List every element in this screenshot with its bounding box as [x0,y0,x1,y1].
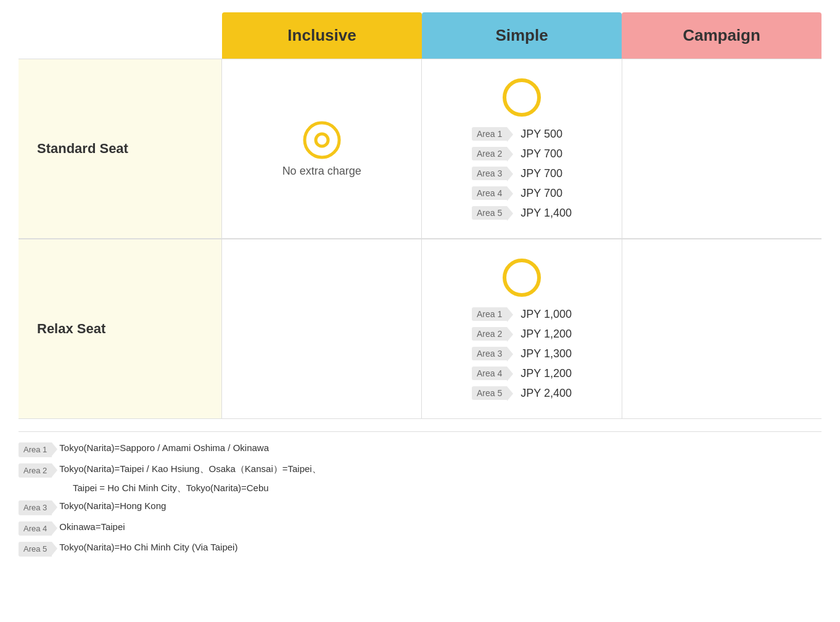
legend-row-area4: Area 4 Okinawa=Taipei [19,520,821,536]
header-row: Inclusive Simple Campaign [222,12,821,59]
area-price: JPY 1,200 [521,328,572,341]
relax-simple-cell: Area 1 JPY 1,000 Area 2 JPY 1,200 Area 3… [422,239,622,418]
legend-text-area3: Tokyo(Narita)=Hong Kong [59,499,821,513]
relax-campaign-cell [622,239,821,418]
circle-icon-simple-relax [502,258,541,297]
legend-text-area5: Tokyo(Narita)=Ho Chi Minh City (Via Taip… [59,541,821,555]
area-row: Area 2 JPY 1,200 [472,327,572,341]
relax-seat-label: Relax Seat [19,239,222,418]
standard-seat-row: Standard Seat No extra charge Area 1 JPY… [19,59,821,239]
area-row: Area 3 JPY 1,300 [472,347,572,360]
standard-inclusive-cell: No extra charge [222,59,422,238]
legend-badge-area2: Area 2 [19,463,52,478]
no-extra-charge-text: No extra charge [282,165,361,178]
standard-campaign-cell [622,59,821,238]
area-price: JPY 700 [521,187,562,200]
area-badge: Area 4 [472,186,507,200]
area-price: JPY 1,400 [521,207,572,220]
area-badge: Area 4 [472,367,507,380]
svg-point-2 [504,80,539,115]
area-badge: Area 3 [472,167,507,180]
svg-point-0 [305,123,339,157]
relax-inclusive-cell [222,239,422,418]
area-badge: Area 5 [472,206,507,220]
area-price: JPY 700 [521,147,562,160]
area-row: Area 5 JPY 1,400 [472,206,572,220]
legend-text-area2: Tokyo(Narita)=Taipei / Kao Hsiung、Osaka（… [59,462,821,476]
legend-badge-area1: Area 1 [19,442,52,457]
standard-seat-label: Standard Seat [19,59,222,238]
svg-point-3 [504,260,539,295]
area-price: JPY 2,400 [521,387,572,400]
legend-row-area5: Area 5 Tokyo(Narita)=Ho Chi Minh City (V… [19,541,821,557]
standard-simple-cell: Area 1 JPY 500 Area 2 JPY 700 Area 3 JPY… [422,59,622,238]
header-simple: Simple [422,12,622,59]
area-price: JPY 1,000 [521,308,572,321]
area-price: JPY 1,300 [521,347,572,360]
area-row: Area 1 JPY 500 [472,127,562,141]
circle-icon-simple-standard [502,78,541,117]
area-row: Area 5 JPY 2,400 [472,386,572,400]
legend-row-area3: Area 3 Tokyo(Narita)=Hong Kong [19,499,821,515]
area-row: Area 2 JPY 700 [472,147,562,160]
area-row: Area 4 JPY 700 [472,186,562,200]
header-inclusive: Inclusive [222,12,422,59]
legend-text-area4: Okinawa=Taipei [59,520,821,534]
legend-badge-area4: Area 4 [19,521,52,536]
area-badge: Area 1 [472,127,507,141]
area-row: Area 4 JPY 1,200 [472,367,572,380]
relax-simple-area-list: Area 1 JPY 1,000 Area 2 JPY 1,200 Area 3… [472,307,572,400]
header-campaign: Campaign [622,12,821,59]
area-row: Area 3 JPY 700 [472,167,562,180]
area-badge: Area 1 [472,307,507,321]
standard-simple-area-list: Area 1 JPY 500 Area 2 JPY 700 Area 3 JPY… [472,127,572,220]
area-badge: Area 5 [472,386,507,400]
area-badge: Area 2 [472,147,507,160]
area-price: JPY 700 [521,167,562,180]
legend-row-area2: Area 2 Tokyo(Narita)=Taipei / Kao Hsiung… [19,462,821,478]
legend-text-area2-line2: Taipei = Ho Chi Minh City、Tokyo(Narita)=… [73,483,821,494]
area-row: Area 1 JPY 1,000 [472,307,572,321]
legend-row-area1: Area 1 Tokyo(Narita)=Sapporo / Amami Osh… [19,441,821,457]
svg-point-1 [316,134,328,146]
bullseye-icon [302,120,342,160]
legend-text-area1: Tokyo(Narita)=Sapporo / Amami Oshima / O… [59,441,821,455]
legend-badge-area5: Area 5 [19,542,52,557]
legend-section: Area 1 Tokyo(Narita)=Sapporo / Amami Osh… [19,431,821,557]
relax-seat-row: Relax Seat Area 1 JPY 1,000 Area 2 JPY 1… [19,239,821,419]
area-price: JPY 500 [521,128,562,141]
main-wrapper: Inclusive Simple Campaign Standard Seat … [0,0,840,622]
area-badge: Area 3 [472,347,507,360]
area-price: JPY 1,200 [521,367,572,380]
area-badge: Area 2 [472,327,507,341]
legend-badge-area3: Area 3 [19,500,52,515]
